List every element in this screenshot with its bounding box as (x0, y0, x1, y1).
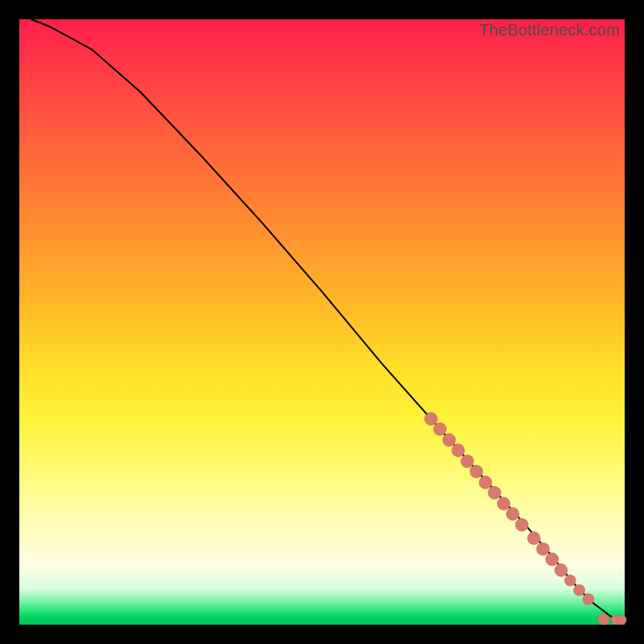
chart-frame: TheBottleneck.com (19, 19, 625, 625)
curve-line (31, 19, 625, 620)
scatter-points (424, 412, 626, 625)
scatter-point (527, 532, 540, 545)
scatter-point (564, 575, 576, 586)
scatter-point (497, 497, 510, 510)
scatter-point (452, 444, 464, 456)
scatter-point (574, 584, 585, 596)
scatter-point (546, 553, 559, 566)
scatter-point (555, 564, 568, 576)
scatter-point (488, 486, 501, 499)
scatter-point (583, 593, 594, 605)
scatter-point (470, 465, 483, 478)
scatter-point (461, 455, 474, 468)
scatter-point (617, 615, 626, 625)
scatter-point (598, 613, 609, 625)
scatter-point (479, 476, 492, 489)
scatter-point (537, 543, 550, 555)
scatter-point (515, 518, 528, 531)
scatter-point (434, 423, 447, 436)
scatter-point (424, 412, 437, 425)
chart-overlay (19, 19, 625, 625)
scatter-point (443, 434, 456, 447)
scatter-point (506, 507, 519, 520)
